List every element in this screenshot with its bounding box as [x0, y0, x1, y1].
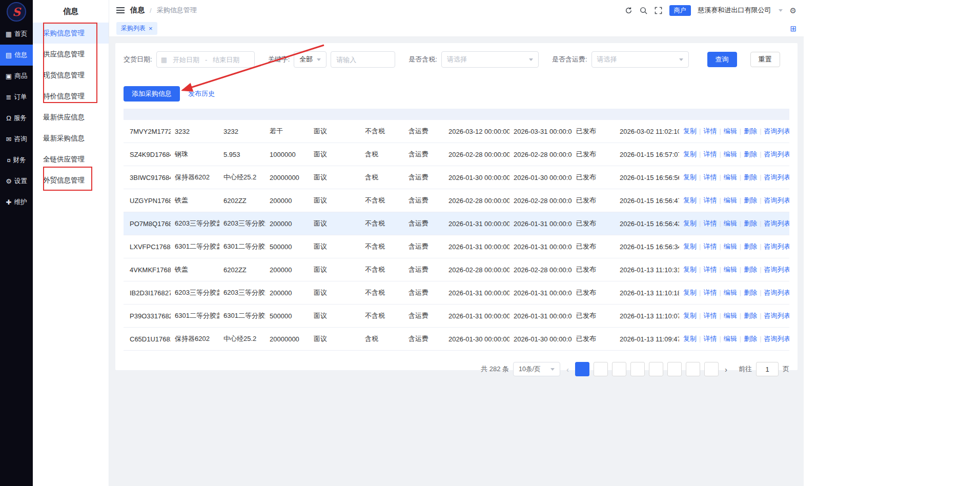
column-header[interactable] — [266, 109, 310, 120]
delete-link[interactable]: 删除 — [744, 173, 757, 181]
column-header[interactable] — [444, 109, 509, 120]
detail-link[interactable]: 详情 — [703, 266, 717, 273]
edit-link[interactable]: 编辑 — [724, 127, 737, 135]
search-button[interactable]: 查询 — [707, 52, 737, 67]
detail-link[interactable]: 详情 — [703, 196, 717, 204]
sidebar-item[interactable]: ≣ 订单 — [0, 87, 33, 108]
consult-list-link[interactable]: 咨询列表 — [764, 335, 789, 342]
copy-link[interactable]: 复制 — [683, 196, 697, 204]
column-header[interactable] — [572, 109, 616, 120]
table-row[interactable]: PO7M8Q1768... 6203三等分胶盖 6203三等分胶盖 200000… — [124, 212, 789, 235]
delete-link[interactable]: 删除 — [744, 242, 757, 250]
page-size-select[interactable]: 10条/页 — [513, 362, 560, 376]
column-header[interactable] — [616, 109, 679, 120]
table-row[interactable]: SZ4K9D17684... 钢珠 5.953 1000000 面议 含税 含运… — [124, 143, 789, 166]
submenu-item[interactable]: 全链供应管理 — [33, 149, 109, 170]
delete-link[interactable]: 删除 — [744, 150, 757, 158]
consult-list-link[interactable]: 咨询列表 — [764, 173, 789, 181]
tab-purchase-list[interactable]: 采购列表 × — [116, 22, 157, 35]
keyword-input[interactable] — [331, 51, 395, 68]
consult-list-link[interactable]: 咨询列表 — [764, 266, 789, 273]
gear-icon[interactable]: ⚙ — [790, 7, 797, 14]
refresh-icon[interactable] — [625, 7, 632, 14]
copy-link[interactable]: 复制 — [683, 335, 697, 342]
table-row[interactable]: IB2D3I176827... 6203三等分胶盖 6203三等分胶盖 2000… — [124, 281, 789, 305]
submenu-item[interactable]: 现货信息管理 — [33, 65, 109, 86]
menu-toggle-icon[interactable] — [116, 6, 125, 14]
consult-list-link[interactable]: 咨询列表 — [764, 289, 789, 296]
column-header[interactable] — [124, 109, 171, 120]
edit-link[interactable]: 编辑 — [724, 150, 737, 158]
column-header[interactable] — [171, 109, 219, 120]
submenu-item[interactable]: 供应信息管理 — [33, 44, 109, 65]
delete-link[interactable]: 删除 — [744, 312, 757, 319]
search-icon[interactable] — [640, 7, 647, 14]
reset-button[interactable]: 重置 — [750, 52, 780, 67]
tax-select[interactable]: 请选择 — [441, 51, 539, 68]
table-row[interactable]: 3BIWC917684... 保持器6202 中心经25.2 20000000 … — [124, 166, 789, 189]
breadcrumb-root[interactable]: 信息 — [130, 6, 145, 15]
goto-page-input[interactable] — [756, 362, 779, 376]
edit-link[interactable]: 编辑 — [724, 173, 737, 181]
consult-list-link[interactable]: 咨询列表 — [764, 242, 789, 250]
add-purchase-button[interactable]: 添加采购信息 — [124, 86, 180, 102]
fullscreen-icon[interactable] — [655, 7, 662, 14]
detail-link[interactable]: 详情 — [703, 127, 717, 135]
detail-link[interactable]: 详情 — [703, 335, 717, 342]
submenu-item[interactable]: 最新供应信息 — [33, 107, 109, 128]
page-button[interactable] — [704, 362, 719, 376]
column-header[interactable] — [404, 109, 444, 120]
page-button[interactable] — [594, 362, 608, 376]
delete-link[interactable]: 删除 — [744, 335, 757, 342]
table-row[interactable]: P39O3317682... 6301二等分胶盖 6301二等分胶盖 50000… — [124, 305, 789, 328]
copy-link[interactable]: 复制 — [683, 173, 697, 181]
table-row[interactable]: C65D1U17682... 保持器6202 中心经25.2 20000000 … — [124, 328, 789, 351]
company-name[interactable]: 慈溪赛和进出口有限公司 — [698, 6, 771, 15]
page-button[interactable] — [612, 362, 626, 376]
copy-link[interactable]: 复制 — [683, 312, 697, 319]
sidebar-item[interactable]: ▦ 首页 — [0, 24, 33, 45]
tab-options-icon[interactable]: ⊞ — [790, 25, 797, 32]
edit-link[interactable]: 编辑 — [724, 312, 737, 319]
page-button[interactable] — [649, 362, 663, 376]
detail-link[interactable]: 详情 — [703, 150, 717, 158]
copy-link[interactable]: 复制 — [683, 150, 697, 158]
next-page-button[interactable]: › — [723, 365, 729, 374]
copy-link[interactable]: 复制 — [683, 127, 697, 135]
edit-link[interactable]: 编辑 — [724, 219, 737, 227]
publish-history-link[interactable]: 发布历史 — [188, 89, 215, 98]
freight-select[interactable]: 请选择 — [591, 51, 689, 68]
detail-link[interactable]: 详情 — [703, 289, 717, 296]
edit-link[interactable]: 编辑 — [724, 289, 737, 296]
submenu-item[interactable]: 外贸信息管理 — [33, 170, 109, 191]
copy-link[interactable]: 复制 — [683, 219, 697, 227]
prev-page-button[interactable]: ‹ — [564, 365, 571, 374]
sidebar-item[interactable]: ✚ 维护 — [0, 192, 33, 213]
edit-link[interactable]: 编辑 — [724, 242, 737, 250]
column-header[interactable] — [509, 109, 572, 120]
sidebar-item[interactable]: ✉ 咨询 — [0, 129, 33, 150]
consult-list-link[interactable]: 咨询列表 — [764, 150, 789, 158]
sidebar-item[interactable]: ▤ 信息 — [0, 45, 33, 66]
detail-link[interactable]: 详情 — [703, 173, 717, 181]
consult-list-link[interactable]: 咨询列表 — [764, 219, 789, 227]
column-header[interactable] — [219, 109, 266, 120]
table-row[interactable]: 7MVY2M1772... 3232 3232 若干 面议 不含税 含运费 20… — [124, 120, 789, 143]
column-header[interactable] — [679, 109, 789, 120]
sidebar-item[interactable]: ¤ 财务 — [0, 150, 33, 171]
sidebar-item[interactable]: ⚙ 设置 — [0, 171, 33, 192]
page-button[interactable] — [575, 362, 589, 376]
consult-list-link[interactable]: 咨询列表 — [764, 127, 789, 135]
edit-link[interactable]: 编辑 — [724, 335, 737, 342]
delete-link[interactable]: 删除 — [744, 127, 757, 135]
edit-link[interactable]: 编辑 — [724, 196, 737, 204]
column-header[interactable] — [361, 109, 404, 120]
page-button[interactable] — [667, 362, 682, 376]
table-row[interactable]: LXVFPC17684... 6301二等分胶盖 6301二等分胶盖 50000… — [124, 235, 789, 258]
detail-link[interactable]: 详情 — [703, 242, 717, 250]
detail-link[interactable]: 详情 — [703, 219, 717, 227]
page-button[interactable] — [686, 362, 700, 376]
submenu-item[interactable]: 采购信息管理 — [33, 23, 109, 44]
consult-list-link[interactable]: 咨询列表 — [764, 196, 789, 204]
keyword-scope-select[interactable]: 全部 — [294, 51, 326, 68]
